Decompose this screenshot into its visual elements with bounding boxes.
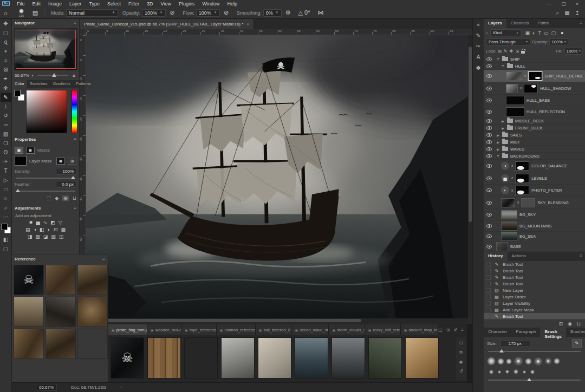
layer-mask-thumbnail[interactable] <box>521 198 535 207</box>
pen-tool[interactable]: ✑ <box>1 157 11 166</box>
brush-tip-preview[interactable] <box>514 356 523 366</box>
tab-history-group-panel-menu-icon[interactable]: ≡ <box>577 252 585 261</box>
group-chevron-icon[interactable]: ▼ <box>496 57 500 61</box>
navigator-view-box[interactable] <box>16 30 76 69</box>
type-tool[interactable]: T <box>1 166 11 175</box>
gradient-map-icon[interactable]: ▧ <box>51 234 56 239</box>
layer-visibility-eye-icon[interactable] <box>486 245 492 249</box>
marquee-tool[interactable]: ▢ <box>1 28 11 37</box>
layer-thumbnail[interactable] <box>496 242 508 251</box>
zoom-out-icon[interactable]: ▴ <box>31 73 34 77</box>
threshold-icon[interactable]: ◪ <box>43 234 48 239</box>
layer-mask-thumbnail[interactable] <box>528 71 542 81</box>
density-value[interactable]: 100% <box>56 168 76 175</box>
history-item[interactable]: ▤Layer Order <box>484 293 585 300</box>
character-panel-icon[interactable]: A <box>477 54 480 60</box>
color-balance-icon[interactable]: ◑ <box>34 227 36 232</box>
styles-panel-icon[interactable]: ✽ <box>476 65 480 71</box>
more-tools[interactable]: ⋯ <box>1 212 11 221</box>
document-tab[interactable]: Pirate_Game_Concept_v15.psd @ 66.7% (SHI… <box>80 19 254 29</box>
menu-layer[interactable]: Layer <box>66 1 86 6</box>
feather-value[interactable]: 0.0 px <box>56 181 76 188</box>
photo-filter-icon[interactable]: ◐ <box>47 227 50 232</box>
history-source-checkbox[interactable] <box>486 301 491 306</box>
history-source-checkbox[interactable] <box>486 262 491 267</box>
quick-selection-tool[interactable]: ⌖ <box>1 47 11 56</box>
group-chevron-icon[interactable]: ▼ <box>501 64 505 68</box>
hue-saturation-icon[interactable]: ▤ <box>25 227 30 232</box>
delete-mask-icon[interactable]: ⊔ <box>73 195 76 201</box>
filter-shape-layers-icon[interactable]: ▭ <box>544 30 549 36</box>
film-side-clone-icon[interactable]: ⊡ <box>459 341 463 345</box>
layer-thumbnail[interactable] <box>506 96 524 105</box>
path-selection-tool[interactable]: ▷ <box>1 175 11 185</box>
brush-tip-preview-small[interactable] <box>489 370 493 374</box>
pressure-opacity-icon[interactable]: ⊘ <box>166 9 178 16</box>
tab-layers-group-layers[interactable]: Layers <box>484 19 506 28</box>
lock-all-icon[interactable] <box>521 51 525 54</box>
history-item[interactable]: ✎Brush Tool <box>484 261 585 267</box>
group-chevron-icon[interactable]: ▼ <box>496 154 500 158</box>
black-white-icon[interactable]: ◧ <box>40 227 44 232</box>
brush-preset-picker[interactable]: 110 <box>15 9 29 17</box>
navigator-zoom-value[interactable]: 66.67% <box>15 73 29 78</box>
film-thumbnail-2[interactable] <box>184 337 218 378</box>
layer-visibility-eye-icon[interactable] <box>486 133 492 137</box>
film-tab-5[interactable]: ▣ocean_wave_sto... <box>291 324 329 335</box>
layer-thumbnail[interactable] <box>506 84 518 93</box>
minimize-button[interactable]: — <box>547 1 551 6</box>
layer-mask-thumbnail[interactable] <box>524 84 538 93</box>
layer-mask-thumbnail[interactable] <box>515 174 529 183</box>
film-tab-3[interactable]: ▣cannon_reference... <box>217 324 256 335</box>
tab-brush-group-brushes[interactable]: Brushes <box>566 328 585 337</box>
brush-tip-preview-small[interactable] <box>498 370 501 374</box>
lock-position-icon[interactable]: ✥ <box>510 49 514 54</box>
layer-visibility-eye-icon[interactable] <box>486 64 492 68</box>
eyedropper-tool[interactable]: ✒ <box>1 74 11 83</box>
move-tool[interactable]: ✥ <box>1 19 11 28</box>
film-tab-7[interactable]: ▣rocky_cliff_refer... <box>365 324 401 335</box>
filmstrip-menu-icon[interactable]: ≡ <box>461 328 464 332</box>
layer-filter-kind-select[interactable]: Kind▾ <box>490 29 522 36</box>
opacity-select[interactable]: 100%▾ <box>142 9 166 17</box>
adjustments-panel-menu-icon[interactable]: ≡ <box>74 206 76 211</box>
status-zoom-field[interactable]: 66.67% <box>36 384 57 391</box>
frame-tool[interactable]: ⊠ <box>1 65 11 74</box>
brush-tip-preview[interactable] <box>497 358 504 365</box>
group-chevron-icon[interactable]: ▶ <box>496 147 500 151</box>
ref-ship-stern-photo[interactable] <box>77 265 108 295</box>
toggle-brush-panel-icon[interactable]: ▤ <box>29 9 42 16</box>
selective-color-icon[interactable]: ◫ <box>59 234 64 239</box>
ref-rope-detail[interactable] <box>14 329 44 359</box>
film-side-transform-icon[interactable]: ⧉ <box>459 350 463 355</box>
menu-3d[interactable]: 3D <box>143 1 157 6</box>
tab-brush-group-brush-settings[interactable]: Brush Settings <box>540 328 566 337</box>
layer-row-hull_shadow[interactable]: 8HULL_SHADOW <box>484 82 585 95</box>
expand-panels-icon[interactable]: « <box>477 22 480 28</box>
history-item[interactable]: ✎Brush Tool <box>484 280 585 287</box>
layer-mask-thumbnail[interactable] <box>15 156 27 166</box>
layer-row-bg_sky[interactable]: BG_SKY <box>484 209 585 220</box>
blend-mode-select[interactable]: Normal▾ <box>66 9 118 17</box>
brush-secondary-slider[interactable] <box>488 380 581 381</box>
group-chevron-icon[interactable]: ▶ <box>501 119 505 123</box>
film-thumbnail-1[interactable] <box>147 337 181 378</box>
shape-tool[interactable]: □ <box>1 185 11 194</box>
lasso-tool[interactable]: ɋ <box>1 37 11 47</box>
dodge-tool[interactable]: ʘ <box>1 148 11 157</box>
layer-visibility-eye-icon[interactable] <box>486 140 492 144</box>
group-chevron-icon[interactable]: ▶ <box>496 133 500 137</box>
curves-icon[interactable]: ∿ <box>43 220 48 225</box>
brush-tip-preview[interactable] <box>554 358 560 364</box>
history-item[interactable]: ▤New Layer <box>484 287 585 293</box>
layer-visibility-eye-icon[interactable] <box>486 201 492 205</box>
tab-history-group-actions[interactable]: Actions <box>508 252 530 261</box>
brush-tip-preview-small[interactable] <box>530 370 535 374</box>
film-tab-8[interactable]: ▣ancient_map_tex... <box>401 324 439 335</box>
film-thumbnail-4[interactable] <box>258 337 291 378</box>
tab-layers-group-paths[interactable]: Paths <box>534 19 553 28</box>
lock-transparency-icon[interactable]: ⊞ <box>498 49 502 54</box>
ref-pirate-flag[interactable]: ☠ <box>14 265 44 295</box>
layer-row-levels[interactable]: ▅8LEVELS <box>484 172 585 185</box>
history-source-checkbox[interactable] <box>486 275 491 280</box>
